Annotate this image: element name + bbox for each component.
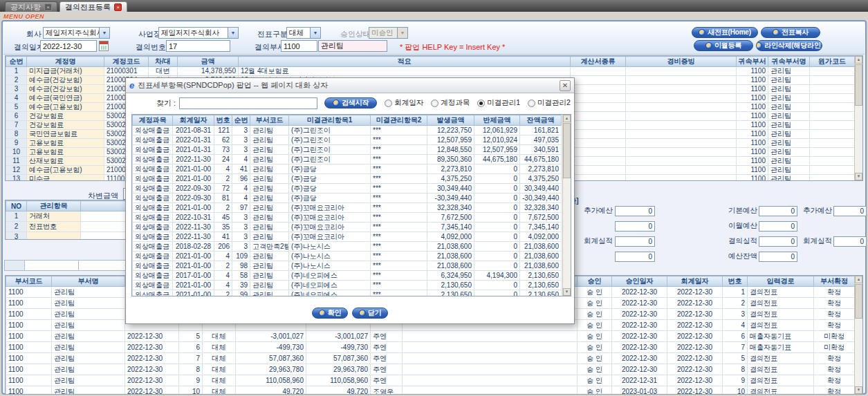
cell[interactable]: 3	[232, 145, 250, 155]
table-row[interactable]: 외상매출금2022-09-30724관리팀(주)금당***30,349,4400…	[133, 184, 562, 194]
cell[interactable]: 39	[232, 281, 250, 290]
cell[interactable]: 89,350,360	[427, 155, 474, 164]
cell[interactable]: 관리팀	[250, 213, 289, 223]
calendar-icon[interactable]	[99, 41, 109, 51]
cell[interactable]: 관리팀	[768, 148, 810, 157]
cell[interactable]: 21,038,600	[427, 252, 474, 261]
dept-name-input[interactable]	[318, 40, 387, 52]
cell[interactable]: 거래처	[27, 211, 81, 222]
cell[interactable]: 0	[474, 261, 520, 271]
cell[interactable]: 관리팀	[52, 375, 125, 386]
cell[interactable]: 1	[6, 67, 27, 76]
close-button[interactable]: 닫기	[352, 308, 388, 319]
cell[interactable]	[810, 67, 855, 76]
chevron-down-icon[interactable]: ▼	[228, 28, 238, 38]
cell[interactable]: 2	[214, 290, 232, 297]
cell[interactable]: 57,087,360	[306, 353, 371, 364]
cell[interactable]: 관리팀	[768, 130, 810, 139]
cell[interactable]: 10	[6, 148, 27, 157]
budget-field[interactable]: 0	[615, 236, 655, 247]
table-row[interactable]: 외상매출금2021-01-00299관리팀(주)네오피에스***2,130,65…	[133, 290, 562, 297]
cell[interactable]: 0	[474, 164, 520, 174]
cell[interactable]: 관리팀	[52, 331, 125, 342]
column-header[interactable]: 원가코드	[810, 57, 855, 67]
cell[interactable]: 1100	[737, 166, 768, 175]
cell[interactable]: 21,038,600	[427, 242, 474, 252]
radio-open-mgmt2[interactable]: 미결관리2	[528, 98, 571, 108]
cell[interactable]: 121	[214, 126, 232, 135]
cell[interactable]: 2022-10-31	[173, 213, 214, 223]
cell[interactable]: 외상매출금	[133, 223, 173, 232]
cell[interactable]: 0	[474, 223, 520, 232]
radio-account[interactable]: 계정과목	[431, 98, 470, 108]
cell[interactable]: 109	[232, 252, 250, 261]
cell[interactable]: 4,375,250	[427, 174, 474, 184]
cell[interactable]: 44,675,180	[520, 155, 562, 164]
cell[interactable]: 3	[6, 85, 27, 94]
column-header[interactable]: 부서명	[52, 276, 125, 287]
cell[interactable]: 관리팀	[250, 135, 289, 145]
cell[interactable]: 10	[179, 386, 203, 395]
cell[interactable]: 8	[723, 364, 748, 375]
budget-field[interactable]: 0	[833, 236, 867, 247]
cell[interactable]	[571, 166, 626, 175]
cell[interactable]	[810, 112, 855, 121]
cell[interactable]: 110,058,960	[236, 375, 306, 386]
cell[interactable]: 외상매출금	[133, 174, 173, 184]
column-header[interactable]: 경비증빙	[626, 57, 737, 67]
cell[interactable]: 4	[232, 155, 250, 164]
vertical-scrollbar[interactable]: ▲ ▼	[854, 276, 862, 394]
cell[interactable]: 0	[474, 213, 520, 223]
cell[interactable]: -30,349,440	[427, 194, 474, 203]
cell[interactable]: 확정	[814, 309, 855, 320]
cell[interactable]: 외상매출금	[133, 203, 173, 213]
cell[interactable]: 10	[723, 386, 748, 395]
cell[interactable]: 예수금(국민연금)	[27, 94, 104, 103]
cell[interactable]: 6	[179, 342, 203, 353]
cell[interactable]: 관리팀	[250, 252, 289, 261]
cell[interactable]: 49,720	[236, 386, 306, 395]
cell[interactable]: 2022-12-30	[125, 331, 179, 342]
column-header[interactable]: 부서코드	[6, 276, 52, 287]
cell[interactable]: 예수금(고용보험)	[27, 103, 104, 112]
cell[interactable]: 확정	[814, 364, 855, 375]
cell[interactable]: 3	[232, 213, 250, 223]
cell[interactable]: 승 인	[578, 386, 612, 395]
cell[interactable]: 관리팀	[768, 112, 810, 121]
cell[interactable]: 21,038,600	[520, 261, 562, 271]
cell[interactable]: 대체	[203, 342, 236, 353]
cell[interactable]: 3	[232, 126, 250, 135]
column-header[interactable]: 금액	[178, 57, 239, 67]
popup-close-button[interactable]: ✕	[560, 80, 571, 91]
cell[interactable]: 외상매출금	[133, 155, 173, 164]
cell[interactable]: 12월 4대보험료	[239, 67, 571, 76]
cell[interactable]: 9	[723, 375, 748, 386]
cell[interactable]: 관리팀	[250, 281, 289, 290]
cell[interactable]: -3,001,027	[236, 331, 306, 342]
cell[interactable]: 30,349,440	[520, 184, 562, 194]
cell[interactable]	[810, 166, 855, 175]
cell[interactable]: 관리팀	[250, 126, 289, 135]
cell[interactable]: 2022-12-31	[612, 375, 667, 386]
cell[interactable]: 4	[214, 281, 232, 290]
table-row[interactable]: 외상매출금2022-11-30244관리팀(주)그린조이***89,350,36…	[133, 155, 562, 164]
cell[interactable]: 관리팀	[52, 386, 125, 395]
cell[interactable]: 1100	[6, 298, 52, 309]
cell[interactable]	[626, 148, 737, 157]
cell[interactable]: 2021-01-00	[173, 164, 214, 174]
cell[interactable]: 73	[214, 145, 232, 155]
cell[interactable]	[810, 148, 855, 157]
cell[interactable]: 건강보험료	[27, 121, 104, 130]
cell[interactable]: 외상매출금	[133, 242, 173, 252]
cell[interactable]	[571, 157, 626, 166]
cell[interactable]: 41	[214, 232, 232, 242]
cell[interactable]	[626, 175, 737, 182]
cell[interactable]: 1100	[737, 67, 768, 76]
find-input[interactable]	[179, 97, 317, 109]
column-header[interactable]: 회계일자	[173, 115, 214, 126]
cell[interactable]: 0	[474, 194, 520, 203]
cell[interactable]: 관리팀	[250, 194, 289, 203]
cell[interactable]: 1100	[6, 309, 52, 320]
cell[interactable]	[810, 175, 855, 182]
cell[interactable]: 0	[474, 242, 520, 252]
